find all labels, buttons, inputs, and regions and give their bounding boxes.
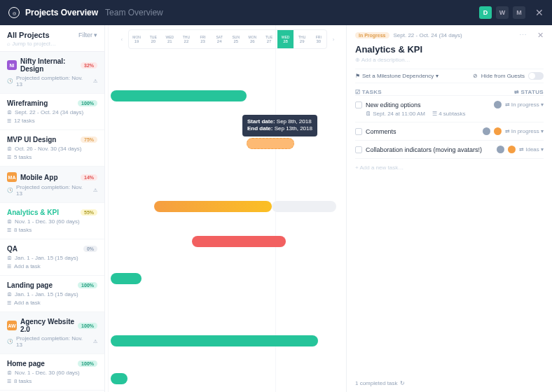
sidebar-item[interactable]: Landing page100%🗓Jan. 1 - Jan. 15 (15 da… <box>0 276 104 312</box>
calendar-day[interactable]: WED21 <box>162 30 178 48</box>
chevron-down-icon: ▾ <box>436 73 439 79</box>
gantt-bar-mvp-ui[interactable] <box>247 138 294 149</box>
add-task-input[interactable]: + Add a new task… <box>355 158 544 176</box>
task-row[interactable]: New editing options⇄ In progress ▾🗓 Sept… <box>355 95 544 122</box>
gantt-bar-landing[interactable] <box>111 273 142 284</box>
task-checkbox[interactable] <box>355 128 362 135</box>
gantt-bar-contact[interactable] <box>111 373 127 384</box>
sidebar-item[interactable]: Analytics & KPI55%🗓Nov. 1 - Dec. 30 (60 … <box>0 203 104 239</box>
calendar-day[interactable]: THU29 <box>294 30 310 48</box>
cal-next-button[interactable]: › <box>329 32 338 46</box>
calendar-header: MON19TUE20WED21THU22FRI23SAT24SUN25MON26… <box>128 29 327 49</box>
panel-title: Analytics & KPI <box>355 44 544 55</box>
calendar-day[interactable]: MON19 <box>129 30 145 48</box>
gantt-bar-wireframing[interactable] <box>111 90 247 102</box>
sidebar-item[interactable]: AWAgency Website 2.0100%🕓Projected compl… <box>0 312 104 354</box>
calendar-day[interactable]: WED28 <box>277 30 294 48</box>
task-row[interactable]: Comments⇄ In progress ▾ <box>355 122 544 140</box>
calendar-day[interactable]: SUN25 <box>228 30 244 48</box>
sidebar: All Projects Filter▾ ⌕ Jump to project… … <box>0 25 105 392</box>
avatar-d[interactable]: D <box>479 6 492 19</box>
hide-guests-label: Hide from Guests <box>481 73 525 79</box>
filter-button[interactable]: Filter▾ <box>78 31 97 38</box>
panel-description-input[interactable]: ⊕ Add a description… <box>355 57 544 63</box>
section-tasks-header: ☑ TASKS <box>355 89 382 95</box>
calendar-day[interactable]: FRI30 <box>311 30 327 48</box>
hide-guests-toggle[interactable] <box>528 72 544 80</box>
gantt-bar-homepage[interactable] <box>111 335 318 346</box>
calendar-day[interactable]: FRI23 <box>195 30 211 48</box>
sidebar-item[interactable]: MVP UI Design75%🗓Oct. 26 - Nov. 30 (34 d… <box>0 130 104 167</box>
status-pill[interactable]: In Progress <box>355 32 389 38</box>
completed-tasks-link[interactable]: 1 completed task ↻ <box>355 374 544 386</box>
app-logo-icon: ◎ <box>8 7 20 18</box>
panel-close-icon[interactable]: ✕ <box>537 31 544 40</box>
gantt-bar-analytics[interactable] <box>154 201 272 212</box>
gantt-bar-analytics-remaining <box>272 201 336 212</box>
avatar-w[interactable]: W <box>496 6 509 19</box>
sidebar-item[interactable]: MAMobile App14%🕓Projected completion: No… <box>0 167 104 203</box>
refresh-icon: ↻ <box>400 380 405 386</box>
close-icon[interactable]: ✕ <box>535 7 544 18</box>
gantt-bar-qa[interactable] <box>192 236 286 247</box>
team-overview-tab[interactable]: Team Overview <box>105 8 163 18</box>
task-row[interactable]: Collaboration indicators (moving avatars… <box>355 140 544 158</box>
detail-panel: In Progress Sept. 22 - Oct. 24 (34 days)… <box>346 25 552 392</box>
sidebar-title: All Projects <box>7 31 50 39</box>
panel-date-range: Sept. 22 - Oct. 24 (34 days) <box>394 32 462 38</box>
task-checkbox[interactable] <box>355 102 362 108</box>
eye-off-icon: ⊘ <box>473 73 478 79</box>
calendar-day[interactable]: TUE20 <box>145 30 161 48</box>
chevron-down-icon: ▾ <box>94 31 97 38</box>
cal-prev-button[interactable]: ‹ <box>118 32 126 46</box>
date-tooltip: Start date: Sep 8th, 2018 End date: Sep … <box>242 115 317 136</box>
sidebar-item[interactable]: Home page100%🗓Nov. 1 - Dec. 30 (60 days)… <box>0 354 104 391</box>
header-title: Projects Overview <box>25 8 98 18</box>
dependency-button[interactable]: ⚑ Set a Milestone Dependency ▾ <box>355 73 439 79</box>
jump-to-project-input[interactable]: ⌕ Jump to project… <box>7 41 97 47</box>
gantt-chart[interactable]: ‹ MON19TUE20WED21THU22FRI23SAT24SUN25MON… <box>105 25 346 392</box>
sidebar-item[interactable]: QA0%🗓Jan. 1 - Jan. 15 (15 days)☰Add a ta… <box>0 239 104 276</box>
section-status-header: ⇄ STATUS <box>514 89 544 95</box>
sidebar-item[interactable]: NINifty Internal: Design32%🕓Projected co… <box>0 52 104 94</box>
calendar-day[interactable]: SAT24 <box>212 30 228 48</box>
calendar-day[interactable]: MON26 <box>244 30 261 48</box>
task-checkbox[interactable] <box>355 146 362 153</box>
avatar-m[interactable]: M <box>513 6 525 19</box>
calendar-day[interactable]: THU22 <box>179 30 195 48</box>
app-header: ◎ Projects Overview Team Overview D W M … <box>0 0 552 25</box>
more-icon[interactable]: ⋯ <box>519 31 527 40</box>
calendar-day[interactable]: TUE27 <box>261 30 277 48</box>
sidebar-item[interactable]: Wireframing100%🗓Sept. 22 - Oct. 24 (34 d… <box>0 94 104 130</box>
